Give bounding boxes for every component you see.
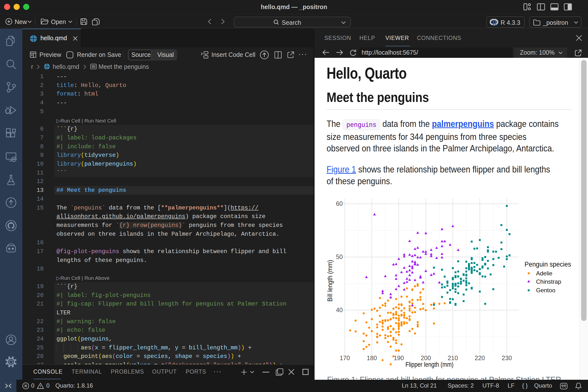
svg-text:Penguin species: Penguin species: [524, 260, 571, 268]
svg-text:170: 170: [340, 354, 350, 362]
svg-text:Chinstrap: Chinstrap: [536, 278, 561, 285]
svg-text:50: 50: [336, 253, 343, 260]
svg-text:Adelie: Adelie: [536, 270, 552, 276]
svg-text:230: 230: [502, 354, 512, 362]
svg-text:Bill length (mm): Bill length (mm): [326, 260, 334, 302]
svg-text:220: 220: [475, 354, 485, 362]
svg-text:190: 190: [394, 354, 404, 362]
svg-text:40: 40: [336, 306, 343, 313]
svg-text:Flipper length (mm): Flipper length (mm): [406, 361, 454, 368]
svg-text:R: R: [492, 19, 497, 26]
svg-text:Gentoo: Gentoo: [536, 287, 556, 294]
svg-text:60: 60: [336, 200, 343, 207]
svg-text:210: 210: [448, 354, 458, 362]
svg-text:180: 180: [367, 354, 377, 362]
svg-text:200: 200: [421, 354, 431, 362]
